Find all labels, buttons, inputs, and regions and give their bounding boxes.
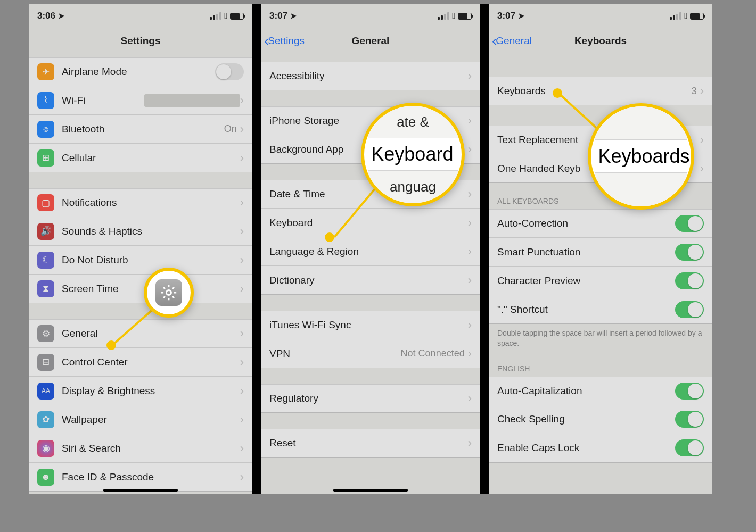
nav-bar: ‹General Keyboards: [489, 28, 712, 54]
home-indicator: [333, 489, 408, 492]
toggle[interactable]: [675, 215, 704, 232]
callout-dot: [553, 88, 562, 98]
mag-text: anguag: [390, 179, 436, 195]
signal-icon: [438, 12, 449, 20]
toggle[interactable]: [675, 244, 704, 261]
chevron-right-icon: ›: [240, 122, 244, 136]
row-char-preview[interactable]: Character Preview: [489, 267, 712, 295]
svg-line-7: [172, 296, 174, 298]
location-icon: ➤: [58, 11, 65, 21]
row-label: Keyboard: [269, 217, 468, 229]
row-dnd[interactable]: ☾ Do Not Disturb ›: [29, 246, 252, 275]
row-caps-lock[interactable]: Enable Caps Lock: [489, 434, 712, 463]
row-vpn[interactable]: VPNNot Connected›: [261, 339, 480, 368]
row-value: 3: [692, 86, 697, 97]
page-title: Keyboards: [574, 35, 627, 47]
row-label: Smart Punctuation: [497, 246, 675, 258]
chevron-right-icon: ›: [468, 318, 472, 332]
row-label: Airplane Mode: [62, 66, 215, 78]
row-value: Not Connected: [401, 348, 465, 359]
toggle[interactable]: [675, 272, 704, 289]
airplane-icon: ✈: [37, 63, 54, 80]
chevron-right-icon: ›: [240, 470, 244, 484]
row-notifications[interactable]: ▢ Notifications ›: [29, 188, 252, 217]
back-button[interactable]: ‹Settings: [264, 28, 305, 54]
dnd-icon: ☾: [37, 252, 54, 269]
row-itunes-sync[interactable]: iTunes Wi-Fi Sync›: [261, 311, 480, 339]
row-airplane-mode[interactable]: ✈ Airplane Mode: [29, 57, 252, 86]
row-auto-correction[interactable]: Auto-Correction: [489, 209, 712, 238]
callout-magnifier: ate & Keyboard anguag: [361, 103, 465, 206]
row-wallpaper[interactable]: ✿ Wallpaper ›: [29, 405, 252, 434]
row-label: Sounds & Haptics: [62, 226, 240, 237]
toggle[interactable]: [675, 411, 704, 428]
settings-gear-icon: [155, 279, 182, 306]
chevron-right-icon: ›: [240, 355, 244, 369]
chevron-right-icon: ›: [240, 94, 244, 107]
row-general[interactable]: ⚙ General ›: [29, 319, 252, 348]
airplane-toggle[interactable]: [215, 63, 244, 80]
battery-icon: [458, 13, 472, 20]
row-auto-cap[interactable]: Auto-Capitalization: [489, 377, 712, 405]
row-accessibility[interactable]: Accessibility›: [261, 62, 480, 90]
chevron-right-icon: ›: [240, 384, 244, 398]
back-label: General: [496, 35, 532, 47]
row-regulatory[interactable]: Regulatory›: [261, 384, 480, 413]
callout-dot: [325, 232, 334, 242]
row-label: Reset: [269, 437, 468, 449]
row-label: Character Preview: [497, 275, 675, 287]
row-screentime[interactable]: ⧗ Screen Time ›: [29, 275, 252, 303]
row-label: Wi-Fi: [62, 95, 144, 106]
status-time: 3:06: [37, 11, 55, 21]
row-faceid[interactable]: ☻ Face ID & Passcode ›: [29, 463, 252, 492]
row-period-shortcut[interactable]: "." Shortcut: [489, 295, 712, 324]
row-wifi[interactable]: ⌇ Wi-Fi ›: [29, 86, 252, 115]
row-control-center[interactable]: ⊟ Control Center ›: [29, 348, 252, 377]
toggle[interactable]: [675, 301, 704, 318]
chevron-right-icon: ›: [240, 442, 244, 455]
row-keyboards[interactable]: Keyboards3›: [489, 77, 712, 105]
notifications-icon: ▢: [37, 194, 54, 211]
toggle[interactable]: [675, 383, 704, 400]
row-label: Display & Brightness: [62, 385, 240, 397]
battery-icon: [230, 13, 244, 20]
row-label: Auto-Correction: [497, 218, 675, 229]
row-label: Language & Region: [269, 246, 468, 257]
row-bluetooth[interactable]: ⌾ Bluetooth On ›: [29, 115, 252, 144]
row-siri[interactable]: ◉ Siri & Search ›: [29, 434, 252, 463]
row-value: On: [224, 123, 237, 135]
mag-text: Keyboard: [371, 143, 453, 165]
chevron-right-icon: ›: [700, 133, 704, 147]
row-label: Wallpaper: [62, 414, 240, 426]
row-reset[interactable]: Reset›: [261, 429, 480, 458]
row-label: Accessibility: [269, 70, 468, 82]
back-button[interactable]: ‹General: [492, 28, 532, 54]
battery-icon: [690, 13, 704, 20]
svg-line-9: [172, 287, 174, 289]
row-cellular[interactable]: ⊞ Cellular ›: [29, 144, 252, 172]
row-label: General: [62, 328, 240, 339]
page-title: General: [352, 35, 390, 47]
chevron-right-icon: ›: [468, 187, 472, 201]
row-check-spelling[interactable]: Check Spelling: [489, 405, 712, 434]
row-sounds[interactable]: 🔊 Sounds & Haptics ›: [29, 217, 252, 246]
chevron-right-icon: ›: [468, 245, 472, 259]
row-language-region[interactable]: Language & Region›: [261, 237, 480, 266]
control-center-icon: ⊟: [37, 354, 54, 371]
chevron-right-icon: ›: [468, 347, 472, 361]
row-keyboard[interactable]: Keyboard›: [261, 209, 480, 237]
back-label: Settings: [268, 35, 305, 47]
status-bar: 3:07 ➤ 􀙇: [489, 4, 712, 28]
svg-line-6: [163, 287, 165, 289]
row-smart-punctuation[interactable]: Smart Punctuation: [489, 238, 712, 267]
chevron-right-icon: ›: [240, 253, 244, 267]
toggle[interactable]: [675, 439, 704, 456]
general-icon: ⚙: [37, 325, 54, 342]
row-display[interactable]: AA Display & Brightness ›: [29, 377, 252, 405]
row-label: Enable Caps Lock: [497, 442, 675, 454]
chevron-right-icon: ›: [468, 69, 472, 83]
phone-general: 3:07 ➤ 􀙇 ‹Settings General Accessibility…: [257, 4, 484, 494]
chevron-right-icon: ›: [240, 196, 244, 210]
row-dictionary[interactable]: Dictionary›: [261, 266, 480, 295]
svg-point-1: [166, 290, 171, 295]
